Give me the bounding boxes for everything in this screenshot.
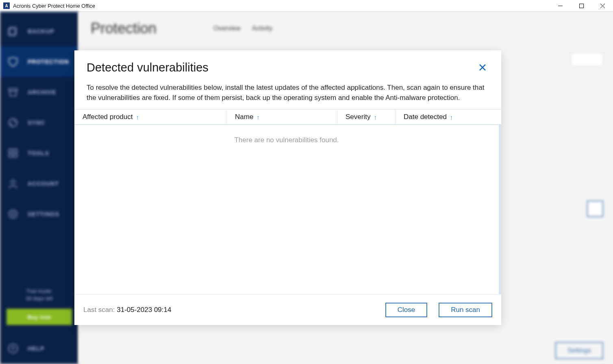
trial-line1: Trial mode: (7, 288, 71, 295)
dialog-description: To resolve the detected vulnerabilities … (74, 78, 501, 109)
close-button[interactable]: Close (385, 303, 427, 317)
sort-arrow-up-icon: ↑ (257, 114, 260, 121)
app-icon-letter: A (5, 4, 8, 8)
sidebar-item-label: ARCHIVE (28, 89, 56, 95)
sidebar-item-sync[interactable]: SYNC (0, 107, 78, 138)
sidebar-item-label: ACCOUNT (28, 180, 59, 187)
column-name[interactable]: Name ↑ (227, 110, 337, 124)
tab-overview[interactable]: Overview (213, 25, 241, 32)
run-scan-button[interactable]: Run scan (439, 303, 492, 317)
shield-icon (7, 56, 19, 67)
content-tabs: Overview Activity (213, 25, 272, 32)
last-scan-value: 31-05-2023 09:14 (117, 306, 171, 314)
svg-point-8 (9, 119, 17, 127)
person-icon (7, 178, 19, 189)
page-title: Protection (91, 20, 157, 37)
svg-point-13 (11, 180, 15, 184)
sidebar-item-tools[interactable]: TOOLS (0, 138, 78, 168)
sidebar: BACKUP PROTECTION ARCHIVE SYNC TOOLS ACC… (0, 12, 78, 364)
svg-point-14 (9, 210, 17, 218)
sidebar-item-label: SETTINGS (28, 211, 59, 217)
table-header: Affected product ↑ Name ↑ Severity ↑ Dat… (74, 109, 501, 125)
app-icon: A (3, 2, 10, 9)
sidebar-item-settings[interactable]: SETTINGS (0, 199, 78, 229)
column-label: Name (235, 113, 253, 121)
trial-info: Trial mode: 30 days left (0, 284, 78, 309)
maximize-button[interactable] (571, 0, 592, 11)
svg-rect-7 (10, 91, 16, 96)
svg-point-15 (11, 212, 15, 216)
column-label: Affected product (83, 113, 133, 121)
tab-activity[interactable]: Activity (252, 25, 273, 32)
svg-rect-12 (14, 154, 17, 157)
minimize-icon (558, 4, 563, 8)
dialog-title: Detected vulnerabilities (87, 61, 209, 74)
last-scan-label: Last scan: (83, 306, 117, 314)
settings-button[interactable]: Settings (555, 342, 603, 359)
sidebar-item-archive[interactable]: ARCHIVE (0, 77, 78, 107)
svg-rect-10 (14, 149, 17, 152)
vulnerabilities-dialog: Detected vulnerabilities To resolve the … (74, 50, 501, 325)
column-severity[interactable]: Severity ↑ (337, 110, 396, 124)
dialog-footer: Last scan: 31-05-2023 09:14 Close Run sc… (74, 294, 501, 325)
column-label: Severity (346, 113, 370, 121)
svg-rect-9 (9, 149, 12, 152)
window-buttons (550, 0, 613, 11)
table-body: There are no vulnerabilities found. (74, 125, 501, 294)
close-icon (600, 4, 605, 8)
empty-state-message: There are no vulnerabilities found. (74, 125, 499, 156)
maximize-icon (579, 4, 584, 8)
buy-now-button[interactable]: Buy now (7, 309, 72, 325)
window-title: Acronis Cyber Protect Home Office (13, 3, 550, 9)
sidebar-item-backup[interactable]: BACKUP (0, 16, 78, 46)
sidebar-item-help[interactable]: ? HELP (0, 333, 78, 364)
sidebar-item-protection[interactable]: PROTECTION (0, 46, 78, 77)
column-affected-product[interactable]: Affected product ↑ (74, 110, 227, 124)
column-date-detected[interactable]: Date detected ↑ (396, 110, 501, 124)
archive-icon (7, 87, 19, 98)
sidebar-item-label: SYNC (28, 119, 45, 126)
gear-icon (7, 208, 19, 220)
grid-icon (7, 147, 19, 159)
minimize-button[interactable] (550, 0, 571, 11)
buy-now-label: Buy now (28, 314, 51, 320)
window-titlebar: A Acronis Cyber Protect Home Office (0, 0, 613, 12)
sidebar-item-account[interactable]: ACCOUNT (0, 168, 78, 199)
sidebar-item-label: PROTECTION (28, 58, 69, 65)
trial-line2: 30 days left (7, 295, 71, 302)
sidebar-item-label: TOOLS (28, 150, 49, 156)
settings-label: Settings (567, 347, 591, 354)
sort-arrow-up-icon: ↑ (136, 114, 139, 121)
help-icon: ? (7, 343, 19, 354)
dialog-close-button[interactable] (476, 61, 489, 75)
run-scan-label: Run scan (451, 306, 480, 314)
sort-arrow-up-icon: ↑ (374, 114, 377, 121)
sync-icon (7, 117, 19, 128)
sidebar-item-label: BACKUP (28, 28, 54, 35)
svg-text:?: ? (11, 345, 15, 352)
column-label: Date detected (404, 113, 447, 121)
close-window-button[interactable] (592, 0, 613, 11)
svg-rect-11 (9, 154, 12, 157)
svg-rect-1 (579, 4, 583, 8)
close-icon (479, 64, 486, 71)
help-label: HELP (28, 345, 44, 352)
last-scan-info: Last scan: 31-05-2023 09:14 (83, 306, 374, 314)
sort-arrow-up-icon: ↑ (450, 114, 453, 121)
close-button-label: Close (398, 306, 415, 314)
svg-rect-6 (9, 89, 17, 91)
backup-icon (7, 26, 19, 37)
